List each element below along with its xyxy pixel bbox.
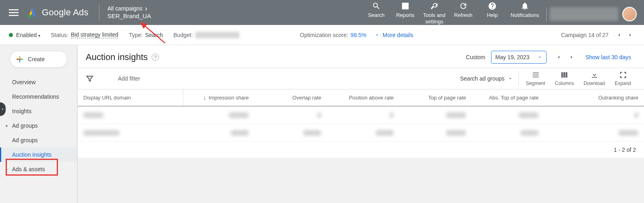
svg-rect-0 [9, 9, 19, 10]
refresh-button[interactable]: Refresh [449, 0, 478, 19]
auction-insights-table: Display URL domain ↓Impression share Ove… [78, 89, 644, 158]
add-filter-button[interactable]: Add filter [118, 75, 140, 82]
col-display-url-domain[interactable]: Display URL domain [78, 89, 183, 106]
col-outranking-share[interactable]: Outranking share [544, 89, 644, 106]
plus-icon [16, 55, 24, 63]
svg-rect-13 [564, 72, 565, 77]
svg-point-3 [28, 14, 31, 18]
svg-rect-8 [19, 56, 21, 60]
type-label: Type: [129, 32, 142, 38]
columns-icon [560, 71, 569, 79]
search-button[interactable]: Search [362, 0, 391, 19]
status-dropdown[interactable]: Enabled ▾ [16, 32, 40, 38]
date-picker[interactable]: May 19, 2023 [491, 51, 547, 64]
avatar[interactable] [622, 7, 637, 21]
sidebar-item-insights[interactable]: Insights [0, 104, 77, 118]
filter-toolbar: Add filter Search ad groups Segment Colu… [78, 68, 644, 89]
svg-rect-14 [566, 72, 568, 77]
svg-rect-9 [533, 72, 539, 73]
chevron-right-icon: › [145, 5, 147, 12]
sidebar-item-recommendations[interactable]: Recommendations [0, 89, 77, 104]
create-button[interactable]: Create [10, 51, 67, 68]
chevron-down-icon [508, 76, 513, 81]
expand-button[interactable]: Expand [610, 71, 636, 86]
menu-icon[interactable] [9, 8, 19, 17]
left-nav: Create Overview Recommendations Insights… [0, 45, 77, 203]
top-actions: Search Reports Tools and settings Refres… [362, 0, 543, 25]
show-last-30-days-link[interactable]: Show last 30 days [585, 54, 631, 60]
table-header: Display URL domain ↓Impression share Ove… [78, 89, 644, 106]
svg-rect-12 [561, 72, 563, 77]
svg-rect-11 [533, 77, 539, 77]
divider [99, 4, 99, 21]
status-enabled-dot [9, 33, 13, 37]
wrench-icon [430, 2, 439, 10]
chevron-down-icon [537, 55, 542, 60]
breadcrumb-campaign[interactable]: SER_Brand_UA [107, 12, 151, 20]
sidebar-item-adgroups-parent[interactable]: Ad groups [0, 118, 77, 133]
sidebar-item-ads-assets[interactable]: Ads & assets [0, 162, 77, 176]
notifications-button[interactable]: Notifications [507, 0, 543, 19]
columns-button[interactable]: Columns [550, 71, 579, 86]
svg-rect-10 [533, 75, 539, 75]
table-row [78, 106, 644, 124]
bell-icon [520, 2, 529, 10]
page-title: Auction insights [86, 52, 148, 62]
sort-desc-icon: ↓ [203, 95, 206, 101]
col-impression-share[interactable]: ↓Impression share [183, 89, 254, 106]
sidebar-item-adgroups[interactable]: Ad groups [0, 133, 77, 147]
product-name: Google Ads [42, 7, 89, 18]
google-ads-logo[interactable]: Google Ads [27, 7, 89, 18]
next-campaign-button[interactable] [626, 31, 634, 39]
help-button[interactable]: Help [478, 0, 507, 19]
col-position-above-rate[interactable]: Position above rate [327, 89, 399, 106]
reports-button[interactable]: Reports [391, 0, 420, 19]
sidebar-item-auction-insights[interactable]: Auction insights [0, 147, 77, 162]
svg-rect-1 [9, 12, 19, 13]
help-tooltip-icon[interactable]: ? [152, 54, 159, 61]
col-top-of-page-rate[interactable]: Top of page rate [399, 89, 472, 106]
filter-icon[interactable] [86, 75, 94, 83]
date-value: May 19, 2023 [495, 54, 530, 60]
type-value: Search [145, 32, 163, 38]
divider [546, 7, 547, 22]
col-overlap-rate[interactable]: Overlap rate [254, 89, 327, 106]
breadcrumb-top[interactable]: All campaigns [107, 5, 142, 12]
segment-icon [531, 71, 540, 79]
chevron-down-icon [375, 33, 380, 37]
create-label: Create [28, 56, 45, 62]
date-prev-button[interactable] [555, 53, 563, 61]
chevron-right-icon [1, 107, 5, 111]
pagination-text: 1 - 2 of 2 [614, 147, 636, 153]
search-icon [372, 2, 381, 10]
refresh-icon [459, 2, 468, 10]
col-abs-top-of-page-rate[interactable]: Abs. Top of page rate [472, 89, 544, 106]
breadcrumb[interactable]: All campaigns › SER_Brand_UA [107, 5, 151, 20]
optimization-score-value[interactable]: 98.5% [351, 32, 367, 38]
segment-button[interactable]: Segment [521, 71, 550, 86]
date-next-button[interactable] [568, 53, 576, 61]
svg-rect-2 [9, 15, 19, 16]
search-adgroups-dropdown[interactable]: Search ad groups [460, 75, 513, 82]
budget-value-redacted [195, 32, 239, 38]
download-icon [590, 71, 599, 79]
expand-icon [619, 71, 627, 79]
top-bar: Google Ads All campaigns › SER_Brand_UA … [0, 0, 644, 25]
download-button[interactable]: Download [579, 71, 610, 86]
page-header: Auction insights ? Custom May 19, 2023 S… [78, 45, 644, 68]
sidebar-item-overview[interactable]: Overview [0, 75, 77, 89]
more-details-button[interactable]: More details [375, 32, 413, 38]
prev-campaign-button[interactable] [615, 31, 623, 39]
optimization-score-label: Optimization score: [300, 32, 348, 38]
status-label: Status: [51, 32, 68, 38]
tools-settings-button[interactable]: Tools and settings [420, 0, 449, 25]
campaign-pager-text: Campaign 14 of 27 [561, 32, 609, 38]
table-tools: Segment Columns Download Expand [518, 71, 636, 86]
campaign-status-bar: Enabled ▾ Status: Bid strategy limited T… [0, 25, 644, 45]
help-icon [488, 2, 497, 10]
table-row [78, 124, 644, 142]
daterange-type: Custom [466, 54, 485, 60]
campaign-pager: Campaign 14 of 27 [561, 31, 636, 39]
budget-label: Budget: [173, 32, 193, 38]
status-value[interactable]: Bid strategy limited [71, 31, 118, 38]
